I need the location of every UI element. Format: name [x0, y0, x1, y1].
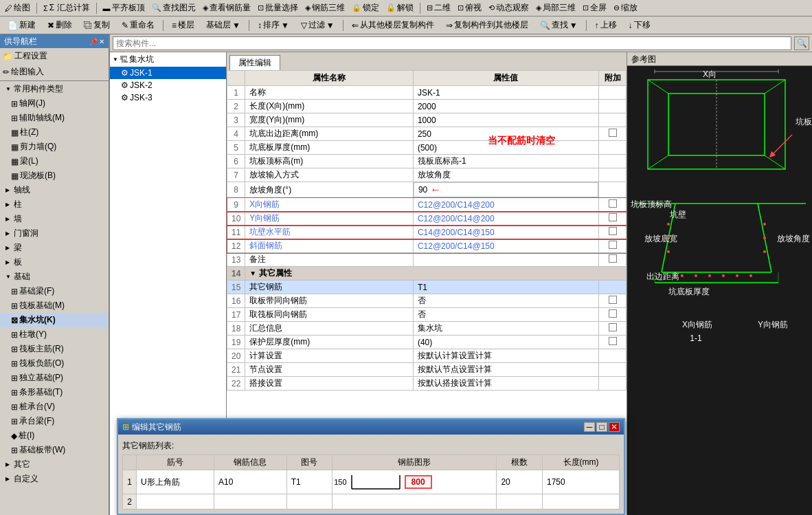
nav-item-project[interactable]: 📁 工程设置	[0, 48, 109, 64]
prop-value-7[interactable]: 放坡角度	[413, 168, 598, 182]
nav-item-custom-root[interactable]: ▶ 自定义	[0, 472, 109, 486]
prop-value-4[interactable]: 250	[413, 127, 598, 141]
find-button[interactable]: 🔍 查找 ▼	[535, 18, 583, 33]
base-floor-button[interactable]: 基础层 ▼	[201, 18, 245, 33]
dialog-empty-cell-2[interactable]	[214, 494, 287, 509]
toolbar-icon-find[interactable]: 🔍 查找图元	[150, 1, 198, 14]
toolbar-icon-sum[interactable]: Σ Σ 汇总计算	[41, 1, 92, 14]
nav-item-wall-root[interactable]: ▶ 墙	[0, 212, 109, 226]
nav-item-raft-main[interactable]: ⊞ 筏板主筋(R)	[0, 342, 109, 356]
nav-item-draw[interactable]: ✏ 绘图输入	[0, 64, 109, 80]
tree-node-jsk1[interactable]: ⚙ JSK-1	[110, 67, 226, 79]
nav-item-strip[interactable]: ⊞ 条形基础(T)	[0, 385, 109, 399]
rename-button[interactable]: ✎ 重命名	[117, 18, 159, 33]
nav-item-beam[interactable]: ▦ 梁(L)	[0, 154, 109, 168]
prop-value-1[interactable]: JSK-1	[413, 86, 598, 100]
prop-value-2[interactable]: 2000	[413, 100, 598, 113]
nav-item-slab-root[interactable]: ▶ 板	[0, 255, 109, 270]
new-button[interactable]: 📄 新建	[3, 18, 41, 33]
copy-button[interactable]: ⿻ 复制	[79, 18, 115, 33]
prop-value-16[interactable]: 否	[413, 294, 598, 308]
nav-item-cap-beam[interactable]: ⊞ 承台梁(F)	[0, 414, 109, 428]
prop-extra-11[interactable]	[599, 226, 627, 239]
nav-item-raft-neg[interactable]: ⊞ 筏板负筋(O)	[0, 356, 109, 371]
prop-value-15[interactable]: T1	[413, 281, 598, 294]
toolbar-icon-draw[interactable]: 🖊 绘图	[3, 1, 32, 14]
tree-node-pit[interactable]: ▼ 🏗 集水坑	[110, 52, 226, 67]
toolbar-icon-top-view[interactable]: ⊡ 俯视	[455, 1, 484, 14]
nav-pin-icon[interactable]: 📌	[89, 38, 98, 45]
tree-node-jsk2[interactable]: ⚙ JSK-2	[110, 79, 226, 91]
floor-button[interactable]: ≡ 楼层	[167, 18, 199, 33]
nav-item-foundation-root[interactable]: ▼ 基础	[0, 270, 109, 284]
toolbar-icon-view-rebar[interactable]: ◈ 查看钢筋量	[201, 1, 253, 14]
delete-button[interactable]: ✖ 删除	[43, 18, 77, 33]
prop-value-21[interactable]: 按默认节点设置计算	[413, 363, 598, 377]
nav-item-isolated[interactable]: ⊞ 独立基础(P)	[0, 371, 109, 385]
prop-extra-17[interactable]	[599, 308, 627, 322]
prop-value-5[interactable]: (500)	[413, 141, 598, 155]
prop-extra-12[interactable]	[599, 239, 627, 253]
tab-properties[interactable]: 属性编辑	[229, 55, 280, 70]
prop-extra-10[interactable]	[599, 212, 627, 226]
prop-extra-19[interactable]	[599, 336, 627, 349]
prop-extra-13[interactable]	[599, 253, 627, 267]
nav-item-pit[interactable]: ⊠ 集水坑(K)	[0, 313, 109, 327]
nav-item-other-root[interactable]: ▶ 其它	[0, 457, 109, 472]
prop-value-18[interactable]: 集水坑	[413, 322, 598, 336]
toolbar-icon-2d[interactable]: ⊟ 二维	[425, 1, 453, 14]
filter-button[interactable]: ▽ 过滤 ▼	[296, 18, 339, 33]
nav-close-icon[interactable]: ✕	[99, 38, 104, 45]
prop-value-3[interactable]: 1000	[413, 113, 598, 127]
down-button[interactable]: ↓ 下移	[624, 18, 655, 33]
nav-item-beam-root[interactable]: ▶ 梁	[0, 241, 109, 255]
toolbar-icon-3d-rebar[interactable]: ◈ 钢筋三维	[303, 1, 347, 14]
toolbar-icon-level[interactable]: ▬ 平齐板顶	[101, 1, 147, 14]
search-input[interactable]	[113, 36, 791, 50]
nav-item-axis-root[interactable]: ▶ 轴线	[0, 183, 109, 197]
nav-item-common[interactable]: ▼ 常用构件类型	[0, 82, 109, 96]
dialog-empty-cell-1[interactable]	[137, 494, 214, 509]
prop-extra-18[interactable]	[599, 322, 627, 336]
prop-value-10[interactable]: C12@200/C14@200	[413, 212, 598, 226]
up-button[interactable]: ↑ 上移	[590, 18, 622, 33]
nav-item-door-root[interactable]: ▶ 门窗洞	[0, 226, 109, 241]
nav-item-foundation-beam[interactable]: ⊞ 基础梁(F)	[0, 284, 109, 298]
dialog-empty-cell-5[interactable]	[497, 494, 543, 509]
prop-extra-4[interactable]	[599, 127, 627, 141]
prop-value-6[interactable]: 筏板底标高-1	[413, 155, 598, 168]
prop-value-19[interactable]: (40)	[413, 336, 598, 349]
nav-item-slab[interactable]: ▦ 现浇板(B)	[0, 168, 109, 183]
nav-item-shear-wall[interactable]: ▦ 剪力墙(Q)	[0, 140, 109, 154]
prop-value-13[interactable]	[413, 253, 598, 267]
sort-button[interactable]: ↕ 排序 ▼	[253, 18, 294, 33]
prop-value-22[interactable]: 按默认搭接设置计算	[413, 377, 598, 391]
copy-from-button[interactable]: ⇐ 从其他楼层复制构件	[347, 18, 439, 33]
prop-value-11[interactable]: C14@200/C14@150	[413, 226, 598, 239]
nav-item-axis[interactable]: ⊞ 轴网(J)	[0, 96, 109, 111]
prop-extra-16[interactable]	[599, 294, 627, 308]
prop-value-8[interactable]: 90 ←	[414, 182, 598, 197]
prop-value-17[interactable]: 否	[413, 308, 598, 322]
dialog-minimize-button[interactable]: ─	[584, 422, 595, 432]
tree-node-jsk3[interactable]: ⚙ JSK-3	[110, 91, 226, 104]
nav-item-pier[interactable]: ⊞ 柱墩(Y)	[0, 327, 109, 342]
search-button[interactable]: 🔍	[794, 36, 809, 50]
dialog-empty-cell-6[interactable]	[542, 494, 619, 509]
toolbar-icon-batch[interactable]: ⊡ 批量选择	[256, 1, 300, 14]
prop-value-20[interactable]: 按默认计算设置计算	[413, 349, 598, 363]
toolbar-icon-dynamic[interactable]: ⟲ 动态观察	[486, 1, 531, 14]
nav-item-belt[interactable]: ⊞ 基础板带(W)	[0, 443, 109, 457]
nav-item-cap[interactable]: ⊞ 桩承台(V)	[0, 399, 109, 414]
dialog-empty-cell-3[interactable]	[286, 494, 332, 509]
toolbar-icon-lock[interactable]: 🔒 锁定	[350, 1, 381, 14]
dialog-empty-cell-4[interactable]	[332, 494, 497, 509]
prop-value-12[interactable]: C12@200/C14@150	[413, 239, 598, 253]
nav-item-column[interactable]: ▦ 柱(Z)	[0, 125, 109, 140]
copy-to-button[interactable]: ⇒ 复制构件到其他楼层	[441, 18, 533, 33]
toolbar-icon-zoom[interactable]: ⊖ 缩放	[611, 1, 640, 14]
dialog-close-button[interactable]: ✕	[609, 422, 620, 432]
nav-item-pile[interactable]: ◆ 桩(I)	[0, 428, 109, 443]
toolbar-icon-unlock[interactable]: 🔓 解锁	[384, 1, 416, 14]
prop-value-9[interactable]: C12@200/C14@200	[413, 198, 598, 212]
